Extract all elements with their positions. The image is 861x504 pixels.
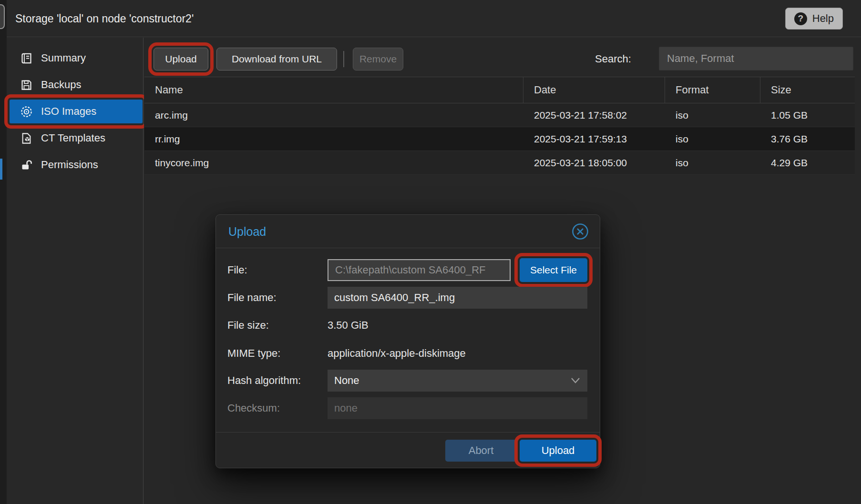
cell-date: 2025-03-21 17:58:02	[523, 103, 665, 127]
collapsed-panel-strip	[0, 0, 7, 504]
cell-size: 3.76 GB	[760, 127, 855, 151]
help-button[interactable]: ? Help	[785, 8, 843, 30]
sidebar-item-summary[interactable]: Summary	[10, 46, 143, 70]
select-file-button[interactable]: Select File	[520, 258, 587, 282]
cell-name: arc.img	[144, 103, 523, 127]
iso-table: Name Date Format Size arc.img 2025-03-21…	[144, 77, 855, 175]
cell-size: 1.05 GB	[760, 103, 855, 127]
sidebar-item-label: CT Templates	[41, 132, 105, 144]
upload-dialog: Upload File: C:\fakepath\custom SA6400_R…	[215, 214, 600, 468]
close-icon[interactable]	[571, 222, 589, 241]
cell-size: 4.29 GB	[760, 151, 855, 174]
toolbar-separator	[343, 51, 344, 67]
file-name-label: File name:	[227, 287, 277, 309]
remove-button[interactable]: Remove	[353, 48, 403, 71]
column-header-size[interactable]: Size	[760, 77, 855, 103]
checksum-label: Checksum:	[227, 397, 280, 419]
sidebar: Summary Backups ISO Images	[7, 38, 144, 504]
unlock-icon	[20, 159, 33, 171]
floppy-icon	[20, 79, 33, 91]
chevron-down-icon	[570, 377, 581, 384]
help-button-label: Help	[812, 12, 834, 25]
cell-name: rr.img	[144, 127, 523, 151]
cube-file-icon	[20, 132, 33, 145]
column-header-format[interactable]: Format	[665, 77, 760, 103]
cell-date: 2025-03-21 17:59:13	[523, 127, 665, 151]
hash-algorithm-row: Hash algorithm: None	[216, 370, 600, 392]
page-title: Storage 'local' on node 'constructor2'	[15, 0, 194, 37]
cell-date: 2025-03-21 18:05:00	[523, 151, 665, 174]
table-row[interactable]: arc.img 2025-03-21 17:58:02 iso 1.05 GB	[144, 103, 855, 127]
window-header: Storage 'local' on node 'constructor2' ?…	[7, 0, 861, 37]
checksum-input	[328, 397, 587, 419]
sidebar-item-backups[interactable]: Backups	[10, 73, 143, 97]
file-name-row: File name:	[216, 287, 600, 309]
panel-accent-bar	[0, 159, 2, 180]
sidebar-item-label: Permissions	[41, 159, 98, 171]
help-icon: ?	[794, 12, 807, 25]
sidebar-item-permissions[interactable]: Permissions	[10, 153, 143, 177]
file-size-row: File size: 3.50 GiB	[216, 314, 600, 336]
disc-icon	[20, 105, 33, 118]
collapsed-panel-tab[interactable]	[0, 4, 5, 29]
file-size-value: 3.50 GiB	[328, 314, 369, 336]
table-row[interactable]: rr.img 2025-03-21 17:59:13 iso 3.76 GB	[144, 127, 855, 151]
hash-algorithm-select[interactable]: None	[328, 370, 587, 392]
download-from-url-button[interactable]: Download from URL	[216, 48, 337, 71]
abort-button[interactable]: Abort	[445, 440, 517, 462]
file-label: File:	[227, 259, 247, 281]
upload-toolbar-button[interactable]: Upload	[154, 48, 208, 71]
hash-algorithm-value: None	[334, 370, 359, 392]
sidebar-item-iso-images[interactable]: ISO Images	[10, 100, 143, 123]
sidebar-item-label: ISO Images	[41, 105, 96, 118]
mime-type-value: application/x-apple-diskimage	[328, 343, 466, 364]
sidebar-item-label: Backups	[41, 79, 81, 91]
table-header-row: Name Date Format Size	[144, 77, 855, 103]
mime-type-row: MIME type: application/x-apple-diskimage	[216, 343, 600, 364]
mime-type-label: MIME type:	[227, 343, 280, 364]
file-size-label: File size:	[227, 314, 269, 336]
search-label: Search:	[595, 48, 631, 71]
file-name-input[interactable]	[328, 287, 587, 309]
sidebar-item-ct-templates[interactable]: CT Templates	[10, 126, 143, 150]
cell-name: tinycore.img	[144, 151, 523, 174]
cell-format: iso	[665, 127, 760, 151]
cell-format: iso	[665, 103, 760, 127]
search-input[interactable]	[659, 47, 853, 71]
dialog-header[interactable]: Upload	[216, 215, 600, 248]
file-path-input[interactable]: C:\fakepath\custom SA6400_RF	[328, 259, 511, 281]
dialog-footer: Abort Upload	[216, 432, 600, 468]
column-header-name[interactable]: Name	[144, 77, 523, 103]
hash-algorithm-label: Hash algorithm:	[227, 370, 301, 392]
sidebar-item-label: Summary	[41, 52, 86, 64]
checksum-row: Checksum:	[216, 397, 600, 419]
table-row[interactable]: tinycore.img 2025-03-21 18:05:00 iso 4.2…	[144, 151, 855, 175]
column-header-date[interactable]: Date	[523, 77, 665, 103]
file-row: File: C:\fakepath\custom SA6400_RF Selec…	[216, 259, 600, 281]
book-icon	[20, 52, 33, 65]
upload-dialog-button[interactable]: Upload	[520, 440, 596, 462]
cell-format: iso	[665, 151, 760, 174]
dialog-title: Upload	[228, 215, 266, 248]
proxmox-storage-window: Storage 'local' on node 'constructor2' ?…	[0, 0, 861, 504]
